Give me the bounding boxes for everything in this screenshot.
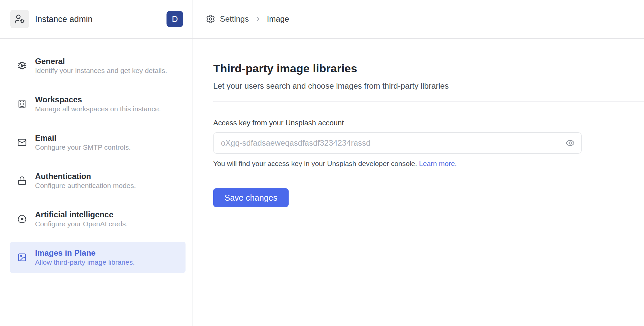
- sidebar-header: Instance admin D: [0, 0, 193, 38]
- sidebar-item-workspaces[interactable]: Workspaces Manage all workspaces on this…: [10, 88, 186, 120]
- brain-cog-icon: [17, 214, 27, 224]
- image-icon: [17, 253, 27, 262]
- sidebar-item-general[interactable]: General Identify your instances and get …: [10, 50, 186, 81]
- section-divider: [213, 101, 644, 102]
- sidebar-item-description: Configure your OpenAI creds.: [35, 220, 128, 228]
- app-title: Instance admin: [35, 14, 92, 24]
- learn-more-link[interactable]: Learn more.: [419, 160, 457, 167]
- sidebar-item-label: Email: [35, 133, 131, 143]
- helper-text: You will find your access key in your Un…: [213, 159, 644, 168]
- helper-text-body: You will find your access key in your Un…: [213, 160, 417, 167]
- sidebar-item-images-in-plane[interactable]: Images in Plane Allow third-party image …: [10, 242, 186, 273]
- toggle-visibility-button[interactable]: [565, 138, 576, 148]
- topbar: Instance admin D Settings Image: [0, 0, 644, 39]
- access-key-label: Access key from your Unsplash account: [213, 119, 644, 127]
- sidebar-item-artificial-intelligence[interactable]: Artificial intelligence Configure your O…: [10, 203, 186, 235]
- sidebar-nav: General Identify your instances and get …: [0, 39, 193, 326]
- lock-icon: [17, 176, 27, 185]
- breadcrumb: Settings Image: [193, 0, 644, 38]
- settings-icon: [206, 14, 215, 24]
- breadcrumb-current: Image: [267, 14, 289, 24]
- sidebar-item-description: Allow third-party image libraries.: [35, 258, 135, 267]
- sidebar-item-authentication[interactable]: Authentication Configure authentication …: [10, 165, 186, 196]
- access-key-field-wrapper: [213, 132, 582, 154]
- sidebar-item-label: Images in Plane: [35, 248, 135, 258]
- sidebar-item-email[interactable]: Email Configure your SMTP controls.: [10, 127, 186, 158]
- sidebar-item-description: Manage all workspaces on this instance.: [35, 105, 161, 113]
- page-title: Third-party image libraries: [213, 62, 644, 75]
- sidebar-item-description: Configure authentication modes.: [35, 181, 136, 190]
- main-content: Third-party image libraries Let your use…: [193, 39, 644, 326]
- avatar[interactable]: D: [167, 11, 183, 27]
- building-icon: [17, 99, 27, 109]
- breadcrumb-parent[interactable]: Settings: [220, 14, 249, 24]
- user-cog-icon: [14, 14, 25, 24]
- access-key-input[interactable]: [213, 132, 582, 154]
- eye-icon: [566, 138, 575, 148]
- sidebar-item-description: Configure your SMTP controls.: [35, 143, 131, 152]
- page-subtitle: Let your users search and choose images …: [213, 81, 644, 91]
- gear-icon: [17, 61, 27, 70]
- sidebar-item-label: Artificial intelligence: [35, 210, 128, 220]
- instance-admin-logo: [10, 10, 29, 28]
- sidebar-item-label: General: [35, 56, 167, 66]
- sidebar-item-description: Identify your instances and get key deta…: [35, 66, 167, 75]
- sidebar-item-label: Authentication: [35, 171, 136, 181]
- chevron-right-icon: [254, 15, 262, 23]
- save-button[interactable]: Save changes: [213, 188, 289, 207]
- body-row: General Identify your instances and get …: [0, 39, 644, 326]
- mail-icon: [17, 138, 27, 147]
- sidebar-item-label: Workspaces: [35, 95, 161, 105]
